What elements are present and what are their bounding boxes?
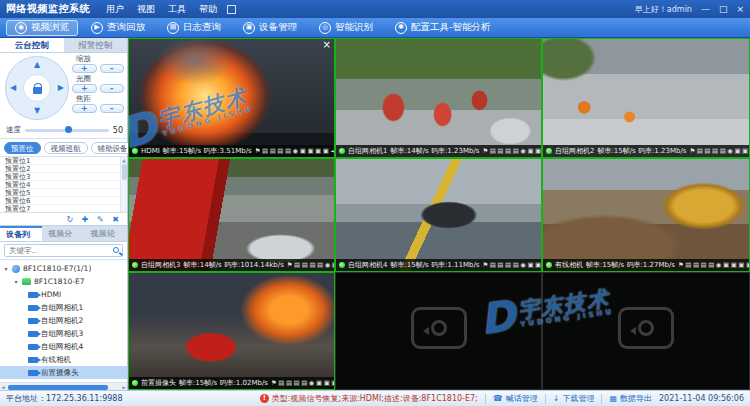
zoom-plus-button[interactable]: + [72,64,97,73]
video-control-icons[interactable]: ⚑▤▤▤▤◉▣▣▣▣◄☎ [678,261,750,269]
video-tile-empty[interactable] [542,272,750,390]
ptz-pad[interactable]: ▲ ▼ ◀ ▶ [5,56,69,120]
toolbar-label: 视频浏览 [31,21,69,34]
tab-presets[interactable]: 预置位 [4,142,41,154]
list-item[interactable]: 预置位7 [0,205,127,213]
fullscreen-icon[interactable] [227,5,236,14]
tree-device[interactable]: ▾ 8F1C1810-E7 [0,275,127,288]
tree-root[interactable]: ▾ 8F1C1810-E7(1/1) [0,262,127,275]
video-tile-wired[interactable]: 有线相机 帧率:15帧/s 码率:1.27Mb/s ⚑▤▤▤▤◉▣▣▣▣◄☎ [542,158,750,272]
menu-tools[interactable]: 工具 [168,3,186,16]
scrollbar-thumb[interactable] [122,164,127,180]
download-manage-button[interactable]: ↓ 下载管理 [553,393,595,404]
ptz-down-icon[interactable]: ▼ [34,107,40,115]
video-control-icons[interactable]: ⚑▤▤▤▤◉▣▣▣▣◄☎ [482,147,542,155]
playback-icon: ▶ [91,22,103,34]
chevron-down-icon[interactable]: ▾ [13,278,19,285]
data-export-button[interactable]: ▦ 数据导出 [609,393,652,404]
tree-channel-adhoc1[interactable]: 自组网相机1 [0,301,127,314]
video-control-icons[interactable]: ⚑▤▤▤▤◉▣▣▣▣◄☎ [482,261,542,269]
video-grid: × HDMI 帧率:15帧/s 码率:3.51Mb/s ⚑▤▤▤▤◉▣▣▣▣◄☎… [128,38,750,390]
scrollbar-thumb[interactable] [8,385,108,390]
iris-label: 光圈 [72,74,124,84]
titlebar: 网络视频监控系统 用户 视图 工具 帮助 早上好！admin — □ × [0,0,750,18]
ptz-right-icon[interactable]: ▶ [58,84,64,92]
preset-scrollbar[interactable]: ▲ [120,157,127,212]
tree-channel-adhoc3[interactable]: 自组网相机3 [0,327,127,340]
scroll-right-icon[interactable]: ► [122,384,126,390]
camera-icon [28,305,38,311]
focus-plus-button[interactable]: + [72,104,97,113]
video-tile-hdmi[interactable]: × HDMI 帧率:15帧/s 码率:3.51Mb/s ⚑▤▤▤▤◉▣▣▣▣◄☎ [128,38,335,158]
video-tile-adhoc3[interactable]: 自组网相机3 帧率:14帧/s 码率:1014.14kb/s ⚑▤▤▤▤◉▣▣▣… [128,158,335,272]
toolbar-query-playback[interactable]: ▶ 查询回放 [82,20,154,36]
video-control-icons[interactable]: ⚑▤▤▤▤◉▣▣▣▣◄☎ [287,261,335,269]
stream-info: 帧率:15帧/s 码率:1.02Mb/s [179,378,268,388]
menu-help[interactable]: 帮助 [199,3,217,16]
divider [485,394,486,404]
search-input[interactable] [4,244,123,257]
video-status-bar: 自组网相机2 帧率:15帧/s 码率:1.23Mb/s ⚑▤▤▤▤◉▣▣▣▣◄☎ [543,145,749,157]
tree-channel-hdmi[interactable]: HDMI [0,288,127,301]
scroll-up-icon[interactable]: ▲ [122,157,126,163]
ptz-up-icon[interactable]: ▲ [34,61,40,69]
tab-video-cruise[interactable]: 视频巡航 [44,142,88,154]
chevron-down-icon[interactable]: ▾ [3,265,9,272]
list-item[interactable]: 预置位1 [0,157,127,165]
video-tile-adhoc4[interactable]: 自组网相机4 帧率:15帧/s 码率:1.11Mb/s ⚑▤▤▤▤◉▣▣▣▣◄☎ [335,158,542,272]
tree-hscrollbar[interactable]: ◄ ► [0,382,127,390]
video-tile-adhoc2[interactable]: 自组网相机2 帧率:15帧/s 码率:1.23Mb/s ⚑▤▤▤▤◉▣▣▣▣◄☎ [542,38,750,158]
restore-icon[interactable]: □ [719,5,728,14]
video-tile-front-cam[interactable]: 前置摄像头 帧率:15帧/s 码率:1.02Mb/s ⚑▤▤▤▤◉▣▣▣▣◄☎ [128,272,335,390]
slider-thumb[interactable] [65,126,72,133]
toolbar-config-tool[interactable]: ✱ 配置工具-智能分析 [386,20,499,36]
no-video-placeholder-icon [618,307,674,349]
toolbar-video-browse[interactable]: ◉ 视频浏览 [6,20,78,36]
toolbar-device-manage[interactable]: ▣ 设备管理 [234,20,306,36]
scroll-left-icon[interactable]: ◄ [1,384,5,390]
channel-name: 有线相机 [555,260,583,270]
video-control-icons[interactable]: ⚑▤▤▤▤◉▣▣▣▣◄☎ [271,379,335,387]
list-item[interactable]: 预置位3 [0,173,127,181]
camera-icon [28,318,38,324]
ptz-center[interactable] [23,74,51,102]
tree-channel-adhoc2[interactable]: 自组网相机2 [0,314,127,327]
channel-label: HDMI [41,290,61,299]
minimize-icon[interactable]: — [701,5,710,14]
alarm-message[interactable]: ! 类型:视频信号恢复;来源:HDMI;描述:设备:8F1C1810-E7; [260,393,478,404]
focus-minus-button[interactable]: - [100,104,125,113]
speed-slider[interactable] [25,129,109,132]
close-icon[interactable]: × [736,5,744,14]
toolbar-ai-recognition[interactable]: ◎ 智能识别 [310,20,382,36]
list-item[interactable]: 预置位6 [0,197,127,205]
tab-video-group[interactable]: 视频分组 [42,226,84,241]
preset-actions[interactable]: ↻ ✚ ✎ ✖ [0,213,127,226]
list-item[interactable]: 预置位5 [0,189,127,197]
tree-channel-front[interactable]: 前置摄像头 [0,366,127,379]
ptz-left-icon[interactable]: ◀ [10,84,16,92]
channel-name: 前置摄像头 [141,378,176,388]
tree-channel-wired[interactable]: 有线相机 [0,353,127,366]
list-item[interactable]: 预置位4 [0,181,127,189]
list-item[interactable]: 预置位2 [0,165,127,173]
toolbar-log-query[interactable]: ▤ 日志查询 [158,20,230,36]
tab-device-list[interactable]: 设备列表 [0,226,42,241]
broadcast-manage-button[interactable]: ☎ 喊话管理 [493,393,538,404]
tree-channel-adhoc4[interactable]: 自组网相机4 [0,340,127,353]
iris-plus-button[interactable]: + [72,84,97,93]
menubar: 用户 视图 工具 帮助 [106,3,217,16]
video-tile-adhoc1[interactable]: 自组网相机1 帧率:14帧/s 码率:1.23Mb/s ⚑▤▤▤▤◉▣▣▣▣◄☎ [335,38,542,158]
menu-view[interactable]: 视图 [137,3,155,16]
tab-video-tour[interactable]: 视频轮巡 [85,226,127,241]
menu-user[interactable]: 用户 [106,3,124,16]
search-icon[interactable] [113,247,119,253]
video-tile-empty[interactable] [335,272,542,390]
iris-minus-button[interactable]: - [100,84,125,93]
video-control-icons[interactable]: ⚑▤▤▤▤◉▣▣▣▣◄☎ [255,147,335,155]
tile-close-icon[interactable]: × [323,40,331,50]
video-control-icons[interactable]: ⚑▤▤▤▤◉▣▣▣▣◄☎ [689,147,750,155]
download-icon: ↓ [553,394,560,403]
tab-alarm-control[interactable]: 报警控制 [64,38,128,52]
zoom-minus-button[interactable]: - [100,64,125,73]
tab-ptz-control[interactable]: 云台控制 [0,38,64,52]
